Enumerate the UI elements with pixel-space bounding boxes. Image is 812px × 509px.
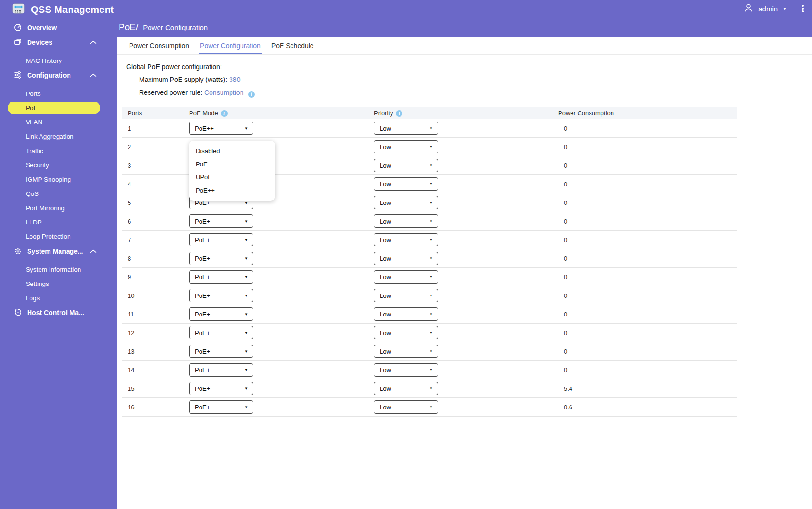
sidebar-item-overview[interactable]: Overview [0,20,117,35]
devices-icon [13,38,22,47]
breadcrumb-page: Power Configuration [143,23,208,31]
sidebar-item-security[interactable]: Security [0,158,117,172]
sidebar-item-mac-history[interactable]: MAC History [0,53,117,68]
sidebar-item-devices[interactable]: Devices [0,35,117,50]
dropdown-option-upoe[interactable]: UPoE [189,171,275,184]
poe-mode-select[interactable]: PoE+ ▼ [189,326,253,339]
poe-mode-select[interactable]: PoE+ ▼ [189,345,253,358]
sidebar-item-system-information[interactable]: System Information [0,262,117,276]
sidebar-item-poe[interactable]: PoE [8,102,100,114]
sidebar-item-traffic[interactable]: Traffic [0,143,117,158]
poe-mode-select[interactable]: PoE+ ▼ [189,363,253,377]
priority-select[interactable]: Low ▼ [374,233,438,246]
person-icon [744,3,753,14]
kebab-menu-icon[interactable] [800,4,806,13]
table-row: 11 PoE+ ▼ Low ▼ 0 [122,305,737,324]
poe-mode-select[interactable]: PoE+ ▼ [189,270,253,284]
sidebar-item-port-mirroring[interactable]: Port Mirroring [0,201,117,215]
caret-down-icon: ▼ [244,294,248,298]
info-icon[interactable]: i [221,110,228,117]
chevron-up-icon[interactable] [90,249,97,253]
tab-power-configuration[interactable]: Power Configuration [200,37,261,54]
priority-select[interactable]: Low ▼ [374,270,438,284]
port-number: 12 [122,329,183,336]
sidebar-item-ports[interactable]: Ports [0,86,117,101]
sidebar-item-settings[interactable]: Settings [0,276,117,291]
table-row: 16 PoE+ ▼ Low ▼ 0.6 [122,398,737,417]
gear-icon [13,247,22,255]
poe-mode-select[interactable]: PoE+ ▼ [189,233,253,246]
tab-power-consumption[interactable]: Power Consumption [129,37,189,54]
port-number: 15 [122,385,183,392]
power-consumption-value: 0 [564,181,567,188]
caret-down-icon: ▼ [244,126,248,131]
poe-mode-select[interactable]: PoE+ ▼ [189,214,253,228]
priority-select[interactable]: Low ▼ [374,159,438,172]
tab-poe-schedule[interactable]: PoE Schedule [271,37,314,54]
poe-mode-select[interactable]: PoE+ ▼ [189,252,253,265]
chevron-up-icon[interactable] [90,73,97,77]
sidebar-item-vlan[interactable]: VLAN [0,115,117,129]
col-header-poe-mode: PoE Mode i [183,110,368,117]
caret-down-icon: ▼ [429,275,433,279]
sidebar-item-igmp-snooping[interactable]: IGMP Snooping [0,172,117,186]
priority-select[interactable]: Low ▼ [374,122,438,135]
priority-select[interactable]: Low ▼ [374,196,438,209]
port-number: 4 [122,181,183,188]
power-consumption-value: 0 [564,274,567,281]
sidebar-item-host-control-ma[interactable]: Host Control Ma... [0,305,117,320]
sidebar-item-lldp[interactable]: LLDP [0,215,117,229]
poe-mode-select[interactable]: PoE+ ▼ [189,307,253,321]
breadcrumb: PoE/ Power Configuration [117,17,812,37]
power-consumption-value: 0 [564,366,567,374]
port-number: 6 [122,218,183,225]
col-header-power-consumption: Power Consumption [552,110,737,117]
info-icon[interactable]: i [248,91,255,98]
poe-mode-select[interactable]: PoE+ ▼ [189,400,253,414]
priority-select[interactable]: Low ▼ [374,289,438,302]
dropdown-option-disabled[interactable]: Disabled [189,144,275,158]
caret-down-icon: ▼ [429,182,433,186]
priority-select[interactable]: Low ▼ [374,252,438,265]
priority-select[interactable]: Low ▼ [374,363,438,377]
dropdown-option-poe[interactable]: PoE++ [189,184,275,197]
caret-down-icon: ▼ [429,368,433,372]
sidebar-item-configuration[interactable]: Configuration [0,68,117,82]
chevron-up-icon[interactable] [90,41,97,44]
priority-select[interactable]: Low ▼ [374,214,438,228]
priority-select[interactable]: Low ▼ [374,307,438,321]
table-row: 1 PoE++ ▼ Low ▼ 0 [122,119,737,138]
priority-select[interactable]: Low ▼ [374,177,438,191]
sidebar-item-link-aggregation[interactable]: Link Aggregation [0,129,117,143]
poe-mode-select[interactable]: PoE+ ▼ [189,382,253,395]
priority-select[interactable]: Low ▼ [374,140,438,153]
priority-select[interactable]: Low ▼ [374,382,438,395]
sidebar-item-system-manage[interactable]: System Manage... [0,244,117,258]
poe-mode-select[interactable]: PoE+ ▼ [189,289,253,302]
poe-mode-dropdown: DisabledPoEUPoEPoE++ [189,141,275,201]
sidebar-item-logs[interactable]: Logs [0,291,117,305]
caret-down-icon: ▼ [429,387,433,391]
priority-select[interactable]: Low ▼ [374,345,438,358]
dropdown-option-poe[interactable]: PoE [189,158,275,171]
caret-down-icon: ▼ [429,405,433,409]
main-content: Power ConsumptionPower ConfigurationPoE … [117,37,812,509]
user-menu[interactable]: admin ▼ [744,0,787,17]
sliders-icon [13,71,22,80]
priority-select[interactable]: Low ▼ [374,400,438,414]
tab-bar: Power ConsumptionPower ConfigurationPoE … [117,37,812,55]
sidebar-item-loop-protection[interactable]: Loop Protection [0,229,117,244]
max-supply-value-link[interactable]: 380 [229,76,240,83]
priority-select[interactable]: Low ▼ [374,326,438,339]
sidebar-item-qos[interactable]: QoS [0,186,117,201]
table-row: 7 PoE+ ▼ Low ▼ 0 [122,231,737,249]
history-icon [13,308,22,317]
reserved-rule-value-link[interactable]: Consumption [204,89,244,96]
poe-mode-select[interactable]: PoE++ ▼ [189,122,253,135]
caret-down-icon: ▼ [244,219,248,224]
table-row: 9 PoE+ ▼ Low ▼ 0 [122,268,737,286]
port-number: 1 [122,125,183,132]
info-icon[interactable]: i [396,110,402,117]
port-number: 2 [122,143,183,151]
user-name: admin [758,5,778,13]
